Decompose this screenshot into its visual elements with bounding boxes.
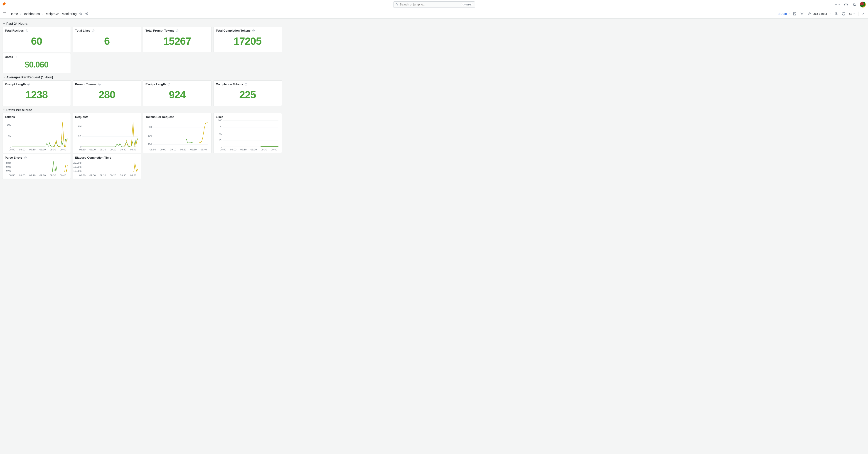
- zoom-out-button[interactable]: [834, 11, 839, 17]
- panel-total-prompt-tokens[interactable]: Total Prompt Tokens 15267: [143, 27, 212, 52]
- row-header-rates[interactable]: Rates Per Minute: [2, 107, 866, 113]
- svg-text:09:10: 09:10: [29, 174, 36, 177]
- crumb-current[interactable]: RecipeGPT Monitoring: [44, 12, 76, 16]
- panel-chart-tokens-per-request[interactable]: Tokens Per Request 40060080008:5009:0009…: [143, 113, 212, 153]
- svg-point-5: [853, 5, 854, 6]
- svg-text:09:20: 09:20: [110, 174, 116, 177]
- favorite-button[interactable]: [79, 12, 83, 16]
- info-icon[interactable]: [167, 83, 170, 86]
- toggle-top-button[interactable]: [861, 11, 866, 17]
- panel-title: Tokens Per Request: [146, 115, 174, 119]
- star-icon: [79, 12, 83, 16]
- panel-title: Tokens: [5, 115, 15, 119]
- svg-text:09:10: 09:10: [240, 148, 247, 151]
- new-menu[interactable]: [834, 3, 840, 6]
- panel-chart-likes[interactable]: Likes 025507510008:5009:0009:1009:2009:3…: [213, 113, 282, 153]
- stat-value: $0.060: [5, 59, 68, 71]
- save-button[interactable]: [792, 11, 797, 17]
- search-icon: [395, 3, 399, 6]
- panel-chart-parse-errors[interactable]: Parse Errors 0.020.030.0408:5009:0009:10…: [2, 154, 71, 179]
- svg-text:50: 50: [8, 134, 11, 137]
- svg-text:09:30: 09:30: [120, 174, 126, 177]
- zoom-out-icon: [834, 12, 838, 16]
- info-icon[interactable]: [25, 29, 28, 32]
- row-title: Past 24 Hours: [6, 22, 27, 25]
- svg-text:0: 0: [80, 145, 82, 148]
- panel-chart-elapsed[interactable]: Elapsed Completion Time 10.00 s15.00 s20…: [73, 154, 141, 179]
- panel-costs[interactable]: Costs $0.060: [2, 53, 71, 73]
- chart-plot: 0.020.030.0408:5009:0009:1009:2009:3009:…: [5, 161, 68, 177]
- refresh-interval-label: 5s: [849, 12, 852, 16]
- panel-title: Total Likes: [75, 29, 90, 32]
- crumb-dashboards[interactable]: Dashboards: [23, 12, 40, 16]
- stat-value: 924: [146, 86, 209, 104]
- svg-text:400: 400: [148, 143, 152, 146]
- row-header-averages[interactable]: Averages Per Request (1 Hour): [2, 74, 866, 80]
- info-icon[interactable]: [27, 83, 30, 86]
- panel-total-likes[interactable]: Total Likes 6: [73, 27, 141, 52]
- svg-point-12: [802, 13, 803, 14]
- save-icon: [793, 12, 797, 16]
- info-icon[interactable]: [92, 29, 95, 32]
- panel-chart-tokens[interactable]: Tokens 05010008:5009:0009:1009:2009:3009…: [2, 113, 71, 153]
- chevron-down-icon: [829, 13, 831, 15]
- panel-chart-requests[interactable]: Requests 00.10.208:5009:0009:1009:2009:3…: [73, 113, 141, 153]
- svg-text:0: 0: [10, 145, 11, 148]
- info-icon[interactable]: [14, 55, 18, 59]
- svg-text:08:50: 08:50: [9, 174, 15, 177]
- panel-title: Elapsed Completion Time: [75, 156, 111, 159]
- info-icon[interactable]: [24, 156, 27, 159]
- chevron-down-icon: [3, 109, 5, 111]
- info-icon[interactable]: [176, 29, 179, 32]
- svg-text:10.00 s: 10.00 s: [73, 170, 82, 172]
- svg-text:08:50: 08:50: [9, 148, 15, 151]
- stat-value: 15267: [146, 32, 209, 50]
- panel-icon: [777, 12, 781, 16]
- user-avatar[interactable]: [860, 2, 866, 7]
- news-button[interactable]: [852, 2, 857, 7]
- info-icon[interactable]: [252, 29, 255, 32]
- refresh-button[interactable]: [841, 11, 846, 17]
- chart-plot: 00.10.208:5009:0009:1009:2009:3009:40: [75, 120, 138, 151]
- svg-text:100: 100: [218, 119, 222, 122]
- svg-rect-11: [780, 12, 780, 15]
- hamburger-icon: [2, 11, 7, 16]
- svg-text:08:50: 08:50: [220, 148, 226, 151]
- menu-toggle[interactable]: [2, 11, 7, 17]
- refresh-interval-picker[interactable]: 5s: [848, 12, 856, 16]
- panel-total-completion-tokens[interactable]: Total Completion Tokens 17205: [213, 27, 282, 52]
- svg-point-6: [85, 13, 86, 14]
- timerange-label: Last 1 hour: [812, 12, 827, 16]
- svg-point-4: [846, 5, 846, 5]
- panel-prompt-length[interactable]: Prompt Length 1238: [2, 80, 71, 106]
- chart-plot: 10.00 s15.00 s20.00 s08:5009:0009:1009:2…: [75, 161, 138, 177]
- svg-text:75: 75: [219, 126, 222, 129]
- help-button[interactable]: [843, 2, 848, 7]
- info-icon[interactable]: [98, 83, 101, 86]
- chevron-down-icon: [838, 3, 840, 6]
- share-button[interactable]: [85, 12, 89, 16]
- svg-text:09:40: 09:40: [60, 174, 66, 177]
- chevron-down-icon: [853, 13, 855, 15]
- panel-completion-tokens[interactable]: Completion Tokens 225: [213, 80, 282, 106]
- search-input[interactable]: [400, 3, 461, 6]
- add-panel-button[interactable]: Add: [777, 12, 790, 16]
- svg-text:09:20: 09:20: [39, 174, 46, 177]
- global-search[interactable]: ctrl+k: [393, 1, 475, 8]
- info-icon[interactable]: [244, 83, 248, 86]
- stat-value: 1238: [5, 86, 68, 104]
- panel-title: Costs: [5, 55, 13, 59]
- row-header-past24[interactable]: Past 24 Hours: [2, 21, 866, 27]
- panel-recipe-length[interactable]: Recipe Length 924: [143, 80, 212, 106]
- crumb-home[interactable]: Home: [9, 12, 18, 16]
- settings-button[interactable]: [800, 11, 804, 17]
- grafana-logo-icon[interactable]: [2, 2, 8, 7]
- stat-value: 17205: [216, 32, 279, 50]
- panel-total-recipes[interactable]: Total Recipes 60: [2, 27, 71, 52]
- panel-prompt-tokens[interactable]: Prompt Tokens 280: [73, 80, 141, 106]
- svg-text:08:50: 08:50: [79, 174, 86, 177]
- chevron-down-icon: [3, 76, 5, 79]
- svg-text:09:20: 09:20: [180, 148, 187, 151]
- time-range-picker[interactable]: Last 1 hour: [807, 12, 832, 16]
- svg-text:0.02: 0.02: [6, 169, 11, 172]
